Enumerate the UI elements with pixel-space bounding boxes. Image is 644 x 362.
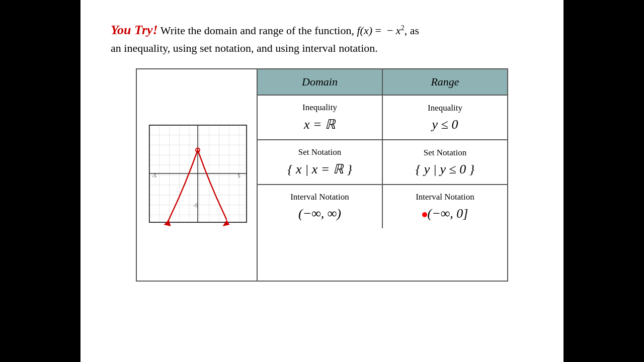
domain-inequality-label: Inequality [302,103,337,113]
content-area: -5 5 -5 [136,68,508,282]
parabola-graph: -5 5 -5 [142,120,252,230]
range-inequality-value: y ≤ 0 [432,117,458,132]
domain-set-cell: Set Notation { x | x = ℝ } [258,140,383,184]
set-notation-row: Set Notation { x | x = ℝ } Set Notation … [258,140,507,185]
prompt-text: Write the domain and range of the functi… [160,24,419,37]
domain-interval-label: Interval Notation [290,192,349,202]
range-set-cell: Set Notation { y | y ≤ 0 } [383,140,507,184]
graph-cell: -5 5 -5 [137,69,258,281]
range-interval-cell: Interval Notation (−∞, 0] [383,185,507,228]
slide: You Try! Write the domain and range of t… [80,0,564,362]
domain-inequality-cell: Inequality x = ℝ [258,96,383,139]
interval-notation-row: Interval Notation (−∞, ∞) Interval Notat… [258,185,507,228]
range-set-value: { y | y ≤ 0 } [416,162,474,177]
table-header-row: Domain Range [258,69,507,96]
inequality-row: Inequality x = ℝ Inequality y ≤ 0 [258,96,507,140]
domain-interval-value: (−∞, ∞) [298,206,341,221]
svg-text:5: 5 [237,172,240,178]
range-interval-value: (−∞, 0] [422,206,468,221]
range-set-label: Set Notation [424,148,466,158]
continuation-text: an inequality, using set notation, and u… [111,42,378,54]
domain-inequality-value: x = ℝ [304,117,336,132]
range-inequality-cell: Inequality y ≤ 0 [383,96,507,139]
red-dot-icon [422,212,427,217]
header-text: You Try! Write the domain and range of t… [111,20,533,56]
table-section: Domain Range Inequality x = ℝ Inequality… [258,69,507,281]
domain-header: Domain [258,69,383,95]
svg-text:-5: -5 [152,172,157,178]
range-interval-label: Interval Notation [416,192,474,202]
range-inequality-label: Inequality [428,103,462,113]
domain-set-label: Set Notation [298,147,341,157]
svg-text:-5: -5 [193,202,198,208]
domain-interval-cell: Interval Notation (−∞, ∞) [258,185,383,228]
range-header: Range [383,69,507,95]
you-try-label: You Try! [111,23,158,37]
domain-set-value: { x | x = ℝ } [287,161,352,177]
